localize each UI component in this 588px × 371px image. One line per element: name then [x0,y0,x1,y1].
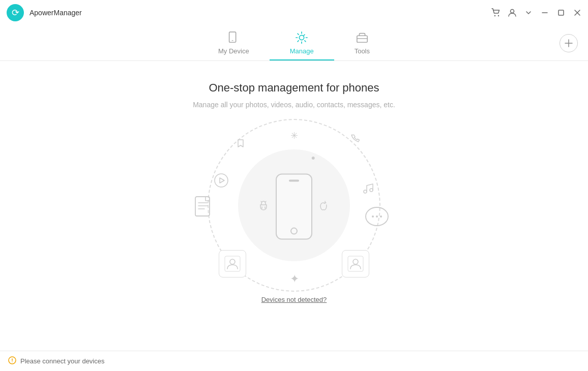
devices-not-detected-link[interactable]: Devices not detected? [261,296,327,303]
illustration: ✳ ● [187,124,401,287]
phone-illustration [276,174,312,240]
main-headline: One-stop management for phones [209,81,379,95]
loading-icon: ✳ [290,130,298,141]
svg-point-29 [376,215,378,218]
star-icon: ✦ [290,272,299,286]
svg-point-26 [370,189,373,192]
svg-text:⟳: ⟳ [12,8,19,18]
my-device-label: My Device [218,47,249,55]
bubble-icon: ● [311,153,315,162]
svg-point-28 [372,215,374,218]
minimize-button[interactable] [540,8,549,17]
music-icon [362,182,374,198]
svg-point-11 [300,35,304,40]
svg-point-37 [12,361,13,362]
svg-point-30 [380,215,382,218]
cart-icon[interactable] [491,8,501,17]
svg-point-4 [511,10,514,13]
maximize-button[interactable] [556,8,566,17]
call-icon [350,133,360,146]
manage-icon [295,31,308,44]
main-content: One-stop management for phones Manage al… [0,61,588,351]
svg-point-2 [494,15,495,16]
document-icon [193,196,213,220]
svg-point-3 [498,15,499,16]
user-icon[interactable] [508,8,517,17]
status-icon [8,356,16,366]
svg-point-16 [215,174,228,187]
window-controls [491,8,582,17]
app-logo: ⟳ [6,4,24,22]
chat-icon [364,205,390,231]
svg-point-32 [230,259,235,264]
tools-label: Tools [355,47,370,55]
status-bar: Please connect your devices [0,351,588,371]
title-bar: ⟳ ApowerManager [0,0,588,25]
bookmark-icon [236,138,246,151]
apple-icon [318,200,330,214]
svg-rect-21 [195,197,210,216]
nav-bar: My Device Manage Tools [0,25,588,61]
android-icon [257,200,270,215]
contact-photo-right [342,250,369,277]
status-message: Please connect your devices [20,357,104,365]
svg-point-25 [364,190,367,193]
dropdown-icon[interactable] [524,8,533,17]
svg-line-18 [265,201,266,202]
manage-label: Manage [290,47,314,55]
app-name: ApowerManager [30,9,82,17]
svg-point-34 [353,259,358,264]
nav-my-device[interactable]: My Device [198,25,270,60]
svg-rect-6 [558,10,564,15]
svg-rect-12 [357,36,367,42]
nav-tools[interactable]: Tools [334,25,390,60]
contact-photo-left [219,250,246,277]
main-subheadline: Manage all your photos, videos, audio, c… [193,101,395,109]
close-button[interactable] [573,8,582,17]
my-device-icon [227,31,240,44]
tools-icon [356,31,369,44]
play-icon [214,173,229,190]
transfer-button[interactable] [560,34,578,52]
svg-line-17 [261,201,262,202]
nav-manage[interactable]: Manage [270,25,334,60]
